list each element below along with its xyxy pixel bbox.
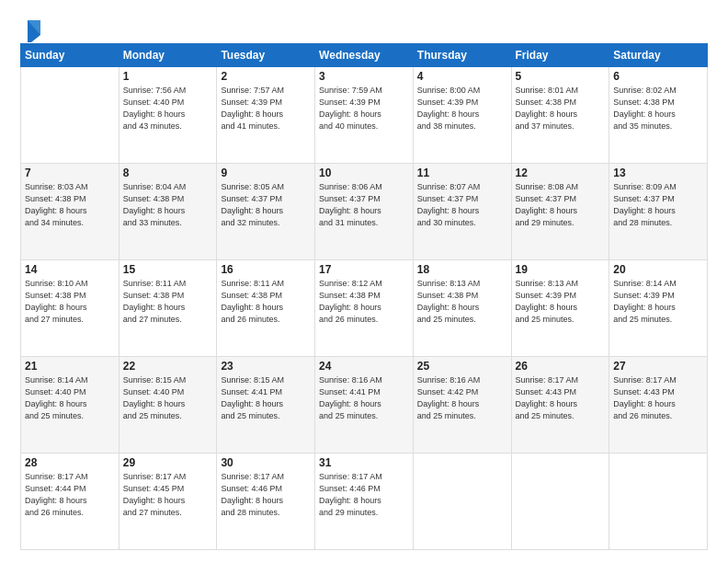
calendar-cell: 8Sunrise: 8:04 AM Sunset: 4:38 PM Daylig… [119,163,217,259]
day-info: Sunrise: 8:15 AM Sunset: 4:41 PM Dayligh… [221,374,311,422]
day-number: 20 [613,263,703,276]
calendar-cell: 29Sunrise: 8:17 AM Sunset: 4:45 PM Dayli… [119,453,217,549]
calendar-cell: 23Sunrise: 8:15 AM Sunset: 4:41 PM Dayli… [217,356,315,453]
calendar-cell: 1Sunrise: 7:56 AM Sunset: 4:40 PM Daylig… [119,66,217,163]
weekday-header-tuesday: Tuesday [217,43,315,66]
weekday-header-sunday: Sunday [21,43,119,66]
calendar-cell: 11Sunrise: 8:07 AM Sunset: 4:37 PM Dayli… [413,163,511,259]
day-number: 19 [516,263,606,276]
day-number: 5 [516,70,606,83]
calendar-cell: 26Sunrise: 8:17 AM Sunset: 4:43 PM Dayli… [511,356,609,453]
day-number: 11 [417,167,507,179]
day-number: 3 [319,70,409,83]
day-number: 25 [417,360,507,373]
day-info: Sunrise: 8:15 AM Sunset: 4:40 PM Dayligh… [123,374,213,422]
weekday-header-thursday: Thursday [413,43,511,66]
calendar-cell: 12Sunrise: 8:08 AM Sunset: 4:37 PM Dayli… [511,163,609,259]
calendar-cell: 17Sunrise: 8:12 AM Sunset: 4:38 PM Dayli… [315,259,414,356]
day-number: 15 [123,263,213,276]
calendar-cell: 30Sunrise: 8:17 AM Sunset: 4:46 PM Dayli… [217,453,315,549]
weekday-header-wednesday: Wednesday [315,43,414,66]
day-number: 16 [221,263,311,276]
calendar-table: SundayMondayTuesdayWednesdayThursdayFrid… [20,43,708,550]
day-info: Sunrise: 8:01 AM Sunset: 4:38 PM Dayligh… [516,85,606,132]
day-number: 6 [613,70,703,83]
calendar-cell: 24Sunrise: 8:16 AM Sunset: 4:41 PM Dayli… [315,356,414,453]
day-number: 2 [221,70,311,83]
day-number: 10 [319,167,409,179]
day-info: Sunrise: 8:17 AM Sunset: 4:46 PM Dayligh… [319,471,409,519]
day-number: 18 [417,263,507,276]
calendar-cell: 14Sunrise: 8:10 AM Sunset: 4:38 PM Dayli… [21,259,119,356]
weekday-header-row: SundayMondayTuesdayWednesdayThursdayFrid… [21,43,708,66]
calendar-cell: 15Sunrise: 8:11 AM Sunset: 4:38 PM Dayli… [119,259,217,356]
day-number: 9 [221,167,311,179]
calendar-cell: 4Sunrise: 8:00 AM Sunset: 4:39 PM Daylig… [413,66,511,163]
calendar-cell: 18Sunrise: 8:13 AM Sunset: 4:38 PM Dayli… [413,259,511,356]
calendar-cell: 19Sunrise: 8:13 AM Sunset: 4:39 PM Dayli… [511,259,609,356]
day-info: Sunrise: 8:06 AM Sunset: 4:37 PM Dayligh… [319,181,409,229]
day-info: Sunrise: 8:13 AM Sunset: 4:39 PM Dayligh… [516,278,606,326]
day-info: Sunrise: 8:07 AM Sunset: 4:37 PM Dayligh… [417,181,507,229]
day-number: 7 [25,167,115,179]
calendar-cell [609,453,708,549]
day-info: Sunrise: 8:02 AM Sunset: 4:38 PM Dayligh… [613,85,703,132]
weekday-header-monday: Monday [119,43,217,66]
day-info: Sunrise: 8:14 AM Sunset: 4:40 PM Dayligh… [25,374,115,422]
day-info: Sunrise: 8:03 AM Sunset: 4:38 PM Dayligh… [25,181,115,229]
day-number: 22 [123,360,213,373]
day-info: Sunrise: 8:00 AM Sunset: 4:39 PM Dayligh… [417,85,507,132]
day-number: 30 [221,456,311,469]
day-info: Sunrise: 8:17 AM Sunset: 4:44 PM Dayligh… [25,471,115,519]
page: SundayMondayTuesdayWednesdayThursdayFrid… [0,0,728,563]
calendar-cell [21,66,119,163]
calendar-cell: 7Sunrise: 8:03 AM Sunset: 4:38 PM Daylig… [21,163,119,259]
day-info: Sunrise: 8:17 AM Sunset: 4:43 PM Dayligh… [613,374,703,422]
calendar-cell: 9Sunrise: 8:05 AM Sunset: 4:37 PM Daylig… [217,163,315,259]
calendar-row-0: 1Sunrise: 7:56 AM Sunset: 4:40 PM Daylig… [21,66,708,163]
calendar-row-4: 28Sunrise: 8:17 AM Sunset: 4:44 PM Dayli… [21,453,708,549]
day-info: Sunrise: 8:17 AM Sunset: 4:46 PM Dayligh… [221,471,311,519]
day-info: Sunrise: 8:14 AM Sunset: 4:39 PM Dayligh… [613,278,703,326]
calendar-cell: 5Sunrise: 8:01 AM Sunset: 4:38 PM Daylig… [511,66,609,163]
day-info: Sunrise: 8:05 AM Sunset: 4:37 PM Dayligh… [221,181,311,229]
calendar-cell: 22Sunrise: 8:15 AM Sunset: 4:40 PM Dayli… [119,356,217,453]
calendar-cell: 31Sunrise: 8:17 AM Sunset: 4:46 PM Dayli… [315,453,414,549]
calendar-row-2: 14Sunrise: 8:10 AM Sunset: 4:38 PM Dayli… [21,259,708,356]
day-info: Sunrise: 8:10 AM Sunset: 4:38 PM Dayligh… [25,278,115,326]
day-info: Sunrise: 8:16 AM Sunset: 4:41 PM Dayligh… [319,374,409,422]
day-number: 21 [25,360,115,373]
day-info: Sunrise: 8:12 AM Sunset: 4:38 PM Dayligh… [319,278,409,326]
day-info: Sunrise: 7:57 AM Sunset: 4:39 PM Dayligh… [221,85,311,132]
weekday-header-saturday: Saturday [609,43,708,66]
calendar-row-1: 7Sunrise: 8:03 AM Sunset: 4:38 PM Daylig… [21,163,708,259]
day-info: Sunrise: 8:11 AM Sunset: 4:38 PM Dayligh… [221,278,311,326]
day-number: 14 [25,263,115,276]
weekday-header-friday: Friday [511,43,609,66]
day-number: 28 [25,456,115,469]
day-number: 8 [123,167,213,179]
calendar-row-3: 21Sunrise: 8:14 AM Sunset: 4:40 PM Dayli… [21,356,708,453]
day-number: 1 [123,70,213,83]
calendar-cell: 16Sunrise: 8:11 AM Sunset: 4:38 PM Dayli… [217,259,315,356]
day-number: 13 [613,167,703,179]
calendar-cell [413,453,511,549]
logo-icon [22,17,42,42]
day-number: 31 [319,456,409,469]
day-info: Sunrise: 8:08 AM Sunset: 4:37 PM Dayligh… [516,181,606,229]
day-number: 17 [319,263,409,276]
day-info: Sunrise: 7:56 AM Sunset: 4:40 PM Dayligh… [123,85,213,132]
day-info: Sunrise: 8:16 AM Sunset: 4:42 PM Dayligh… [417,374,507,422]
day-info: Sunrise: 8:13 AM Sunset: 4:38 PM Dayligh… [417,278,507,326]
calendar-cell: 28Sunrise: 8:17 AM Sunset: 4:44 PM Dayli… [21,453,119,549]
day-number: 4 [417,70,507,83]
day-number: 29 [123,456,213,469]
day-number: 26 [516,360,606,373]
calendar-cell: 10Sunrise: 8:06 AM Sunset: 4:37 PM Dayli… [315,163,414,259]
calendar-cell: 6Sunrise: 8:02 AM Sunset: 4:38 PM Daylig… [609,66,708,163]
day-info: Sunrise: 8:11 AM Sunset: 4:38 PM Dayligh… [123,278,213,326]
day-info: Sunrise: 8:04 AM Sunset: 4:38 PM Dayligh… [123,181,213,229]
day-number: 24 [319,360,409,373]
calendar-cell: 25Sunrise: 8:16 AM Sunset: 4:42 PM Dayli… [413,356,511,453]
day-info: Sunrise: 8:09 AM Sunset: 4:37 PM Dayligh… [613,181,703,229]
